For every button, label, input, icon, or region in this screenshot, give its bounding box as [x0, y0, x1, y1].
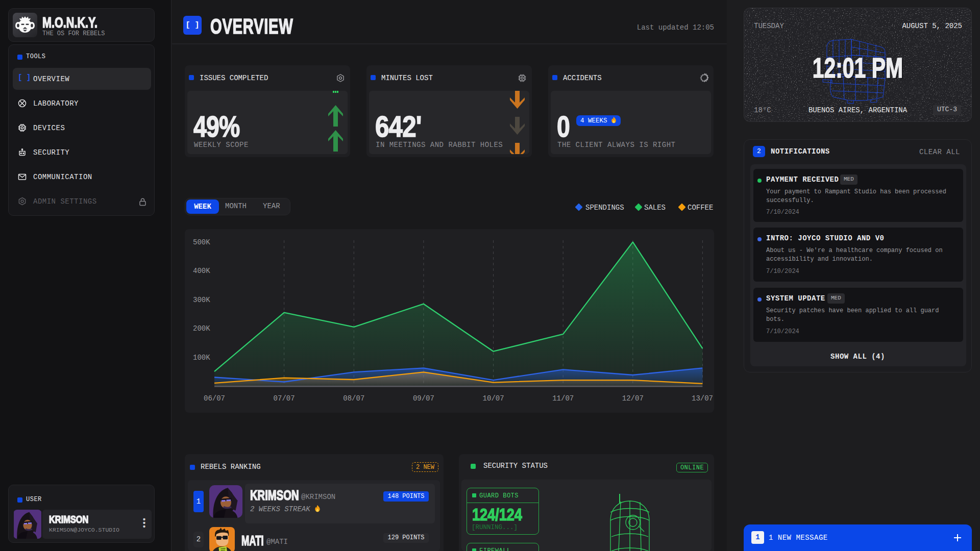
svg-text:400K: 400K: [193, 267, 210, 275]
svg-text:13/07: 13/07: [692, 394, 713, 403]
svg-text:100K: 100K: [193, 354, 210, 362]
svg-text:10/07: 10/07: [483, 394, 504, 403]
svg-text:200K: 200K: [193, 324, 210, 333]
svg-text:07/07: 07/07: [274, 394, 295, 403]
svg-text:500K: 500K: [193, 238, 210, 246]
svg-text:300K: 300K: [193, 296, 210, 304]
svg-text:11/07: 11/07: [552, 394, 574, 403]
svg-text:08/07: 08/07: [343, 394, 364, 403]
svg-text:12/07: 12/07: [622, 394, 644, 403]
svg-text:09/07: 09/07: [413, 394, 434, 403]
svg-text:06/07: 06/07: [204, 394, 225, 403]
